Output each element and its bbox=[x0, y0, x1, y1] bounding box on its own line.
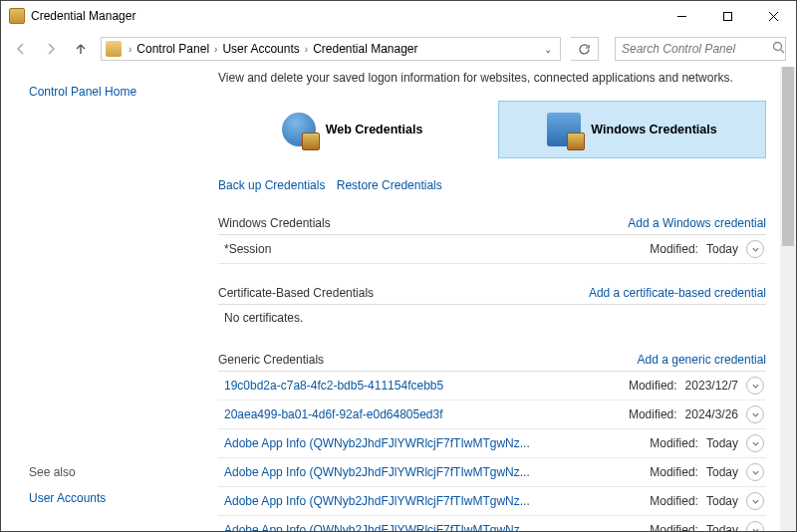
globe-icon bbox=[282, 113, 316, 146]
section-heading: Certificate-Based Credentials bbox=[218, 286, 374, 300]
expand-icon[interactable] bbox=[746, 521, 764, 531]
section-head-generic: Generic Credentials Add a generic creden… bbox=[218, 353, 766, 372]
svg-line-5 bbox=[781, 50, 785, 54]
expand-icon[interactable] bbox=[746, 434, 764, 452]
address-dropdown-icon[interactable]: ⌄ bbox=[540, 44, 556, 55]
section-head-cert: Certificate-Based Credentials Add a cert… bbox=[218, 286, 766, 305]
vault-icon bbox=[547, 113, 581, 146]
add-generic-credential-link[interactable]: Add a generic credential bbox=[638, 353, 766, 367]
credential-name[interactable]: Adobe App Info (QWNyb2JhdFJlYWRlcjF7fTIw… bbox=[224, 494, 530, 508]
modified-label: Modified: bbox=[650, 523, 698, 531]
breadcrumb-control-panel[interactable]: Control Panel bbox=[134, 42, 211, 56]
backup-credentials-link[interactable]: Back up Credentials bbox=[218, 178, 325, 192]
section-heading: Generic Credentials bbox=[218, 353, 324, 367]
action-links: Back up Credentials Restore Credentials bbox=[218, 178, 766, 192]
modified-label: Modified: bbox=[650, 465, 698, 479]
close-button[interactable] bbox=[750, 1, 796, 31]
scrollbar-track[interactable] bbox=[780, 67, 796, 531]
expand-icon[interactable] bbox=[746, 240, 764, 258]
nav-back-button[interactable] bbox=[11, 39, 31, 59]
credential-row[interactable]: *Session Modified: Today bbox=[218, 235, 766, 264]
expand-icon[interactable] bbox=[746, 463, 764, 481]
svg-rect-1 bbox=[723, 12, 731, 20]
see-also-heading: See also bbox=[29, 465, 184, 479]
chevron-right-icon[interactable]: › bbox=[302, 44, 311, 55]
refresh-button[interactable] bbox=[571, 37, 599, 61]
modified-label: Modified: bbox=[650, 242, 698, 256]
credential-name: *Session bbox=[224, 242, 271, 256]
credential-row[interactable]: 19c0bd2a-c7a8-4fc2-bdb5-411154fcebb5Modi… bbox=[218, 372, 766, 400]
credential-name[interactable]: Adobe App Info (QWNyb2JhdFJlYWRlcjF7fTIw… bbox=[224, 465, 530, 479]
modified-value: Today bbox=[706, 436, 738, 450]
credential-name[interactable]: 20aea499-ba01-4d6f-92af-e0d64805ed3f bbox=[224, 407, 443, 421]
modified-label: Modified: bbox=[650, 436, 698, 450]
chevron-right-icon[interactable]: › bbox=[126, 44, 134, 55]
nav-forward-button[interactable] bbox=[41, 39, 61, 59]
breadcrumb-credential-manager[interactable]: Credential Manager bbox=[311, 42, 419, 56]
app-icon bbox=[9, 8, 25, 24]
modified-label: Modified: bbox=[629, 407, 677, 421]
sidebar-user-accounts[interactable]: User Accounts bbox=[29, 491, 184, 505]
chevron-right-icon[interactable]: › bbox=[211, 44, 220, 55]
modified-value: Today bbox=[706, 523, 738, 531]
add-cert-credential-link[interactable]: Add a certificate-based credential bbox=[589, 286, 766, 300]
credential-row[interactable]: Adobe App Info (QWNyb2JhdFJlYWRlcjF7fTIw… bbox=[218, 458, 766, 487]
credential-name[interactable]: Adobe App Info (QWNyb2JhdFJlYWRlcjF7fTIw… bbox=[224, 523, 530, 531]
modified-value: 2023/12/7 bbox=[685, 379, 738, 393]
scrollbar-thumb[interactable] bbox=[782, 67, 794, 246]
main-content: View and delete your saved logon informa… bbox=[200, 67, 796, 531]
sidebar: Control Panel Home See also User Account… bbox=[1, 67, 200, 531]
svg-point-4 bbox=[774, 43, 782, 51]
sidebar-control-panel-home[interactable]: Control Panel Home bbox=[29, 85, 184, 99]
expand-icon[interactable] bbox=[746, 377, 764, 395]
page-description: View and delete your saved logon informa… bbox=[218, 71, 766, 85]
minimize-button[interactable] bbox=[659, 1, 704, 31]
nav-bar: › Control Panel › User Accounts › Creden… bbox=[1, 31, 796, 67]
maximize-button[interactable] bbox=[704, 1, 750, 31]
nav-up-button[interactable] bbox=[71, 39, 91, 59]
modified-label: Modified: bbox=[629, 379, 677, 393]
section-head-windows: Windows Credentials Add a Windows creden… bbox=[218, 216, 766, 235]
address-bar[interactable]: › Control Panel › User Accounts › Creden… bbox=[101, 37, 561, 61]
credential-name[interactable]: Adobe App Info (QWNyb2JhdFJlYWRlcjF7fTIw… bbox=[224, 436, 530, 450]
modified-label: Modified: bbox=[650, 494, 698, 508]
credential-name[interactable]: 19c0bd2a-c7a8-4fc2-bdb5-411154fcebb5 bbox=[224, 379, 443, 393]
expand-icon[interactable] bbox=[746, 492, 764, 510]
expand-icon[interactable] bbox=[746, 405, 764, 423]
search-input[interactable] bbox=[622, 42, 772, 56]
credential-row[interactable]: 20aea499-ba01-4d6f-92af-e0d64805ed3fModi… bbox=[218, 400, 766, 429]
tile-web-credentials[interactable]: Web Credentials bbox=[218, 101, 486, 158]
section-heading: Windows Credentials bbox=[218, 216, 331, 230]
credential-row[interactable]: Adobe App Info (QWNyb2JhdFJlYWRlcjF7fTIw… bbox=[218, 487, 766, 516]
tile-windows-credentials[interactable]: Windows Credentials bbox=[498, 101, 766, 158]
credential-row[interactable]: Adobe App Info (QWNyb2JhdFJlYWRlcjF7fTIw… bbox=[218, 516, 766, 531]
breadcrumb-user-accounts[interactable]: User Accounts bbox=[220, 42, 301, 56]
modified-value: 2024/3/26 bbox=[685, 407, 738, 421]
modified-value: Today bbox=[706, 494, 738, 508]
add-windows-credential-link[interactable]: Add a Windows credential bbox=[628, 216, 766, 230]
credential-row[interactable]: Adobe App Info (QWNyb2JhdFJlYWRlcjF7fTIw… bbox=[218, 429, 766, 458]
search-box[interactable] bbox=[615, 37, 786, 61]
control-panel-icon bbox=[106, 41, 122, 57]
restore-credentials-link[interactable]: Restore Credentials bbox=[337, 178, 442, 192]
window-title: Credential Manager bbox=[31, 9, 659, 23]
title-bar: Credential Manager bbox=[1, 1, 796, 31]
tile-web-label: Web Credentials bbox=[326, 123, 423, 136]
search-icon[interactable] bbox=[772, 40, 785, 58]
modified-value: Today bbox=[706, 242, 738, 256]
no-certificates-text: No certificates. bbox=[218, 305, 766, 331]
modified-value: Today bbox=[706, 465, 738, 479]
tile-windows-label: Windows Credentials bbox=[591, 123, 716, 136]
